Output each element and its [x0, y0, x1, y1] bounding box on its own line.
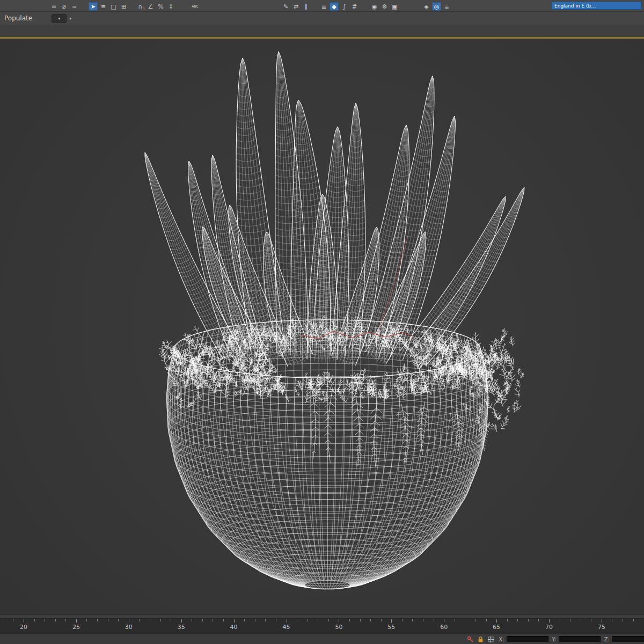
timeline-tick: [160, 619, 161, 621]
timeline-tick: [360, 619, 361, 621]
select-object-icon[interactable]: ➤: [89, 2, 98, 11]
layer-manager-icon[interactable]: ≣: [319, 2, 328, 11]
timeline-tick: [139, 619, 140, 621]
mirror-icon[interactable]: ⇄: [291, 2, 301, 11]
timeline-tick: [55, 619, 56, 621]
viewport-canvas[interactable]: [0, 39, 644, 614]
timeline-tick: [581, 619, 581, 621]
timeline-tick: [287, 619, 287, 623]
percent-snap-icon[interactable]: %: [156, 2, 165, 11]
curve-editor-icon[interactable]: ∫: [340, 2, 349, 11]
timeline-tick: [318, 619, 318, 621]
graphite-ribbon-icon[interactable]: ◆: [330, 2, 339, 11]
timeline-tick: [129, 619, 129, 623]
viewport[interactable]: [0, 39, 644, 614]
timeline-tick: [86, 619, 87, 621]
render-iterative-icon[interactable]: ◎: [432, 2, 441, 11]
timeline-tick: [507, 619, 508, 621]
timeline-tick: [623, 619, 623, 621]
timeline-tick: [538, 619, 539, 621]
timeline-tick: [202, 619, 203, 621]
timeline-tick: [570, 619, 570, 621]
tab-populate[interactable]: Populate: [4, 14, 32, 22]
timeline-tick: [76, 619, 77, 623]
abc-icon[interactable]: ABC: [191, 2, 200, 11]
toolbar-gap: [312, 10, 318, 11]
edit-named-selection-sets-icon[interactable]: ✎: [281, 2, 290, 11]
selection-region-icon[interactable]: □: [109, 2, 118, 11]
timeline-tick: [528, 619, 529, 621]
timeline-ruler[interactable]: 202530354045505560657075: [0, 614, 644, 634]
timeline-tick: [45, 619, 45, 621]
timeline-label: 40: [230, 624, 238, 631]
timeline-tick: [423, 619, 423, 621]
chevron-down-icon[interactable]: ▾: [69, 16, 71, 21]
timeline-label: 65: [493, 624, 500, 631]
coord-y-input[interactable]: [559, 636, 601, 643]
ribbon-tab-row: Populate ▾ ▾: [0, 12, 644, 25]
coord-x-input[interactable]: [507, 636, 548, 643]
timeline-label: 20: [20, 624, 27, 631]
timeline-tick: [496, 619, 497, 623]
coord-x-label: X:: [499, 636, 504, 642]
render-production-icon[interactable]: ☕: [442, 2, 451, 11]
spinner-snap-icon[interactable]: ↕: [166, 2, 175, 11]
align-icon[interactable]: ∥: [302, 2, 311, 11]
render-setup-icon[interactable]: ⚙: [380, 2, 389, 11]
bind-to-space-warp-icon[interactable]: ≈: [70, 2, 79, 11]
unlink-selection-icon[interactable]: ⌀: [60, 2, 69, 11]
timeline-tick: [97, 619, 98, 621]
timeline-label: 75: [598, 624, 605, 631]
ribbon-collapse-button[interactable]: ▾: [52, 14, 67, 23]
timeline-tick: [234, 619, 235, 623]
3ds-max-window: ∞⌀≈➤≡□⊞∩3∠%↕ABC✎⇄∥≣◆∫#◉⚙▣◈◎☕ England in …: [0, 0, 644, 644]
timeline-tick: [560, 619, 560, 621]
schematic-view-icon[interactable]: #: [350, 2, 359, 11]
timeline-tick: [486, 619, 487, 621]
rendered-frame-icon[interactable]: ▣: [390, 2, 399, 11]
angle-snap-icon[interactable]: ∠: [146, 2, 155, 11]
timeline-tick: [455, 619, 455, 621]
toolbar-gap: [80, 10, 87, 11]
timeline-tick: [591, 619, 591, 621]
statusbar-right: X:Y:Z:: [466, 635, 644, 643]
timeline-tick: [602, 619, 602, 623]
select-and-link-icon[interactable]: ∞: [49, 2, 58, 11]
material-editor-icon[interactable]: ◉: [370, 2, 379, 11]
timeline-tick: [276, 619, 276, 621]
timeline-label: 50: [335, 624, 342, 631]
timeline-label: 25: [72, 624, 80, 631]
timeline-tick: [181, 619, 182, 623]
timeline-tick: [244, 619, 245, 621]
set-key-icon[interactable]: [466, 635, 474, 643]
timeline-tick: [465, 619, 465, 621]
timeline-tick: [118, 619, 119, 621]
timeline-tick: [265, 619, 266, 621]
timeline-tick: [213, 619, 213, 621]
select-by-name-icon[interactable]: ≡: [99, 2, 108, 11]
coord-y-label: Y:: [552, 636, 557, 642]
timeline-tick: [308, 619, 308, 621]
snap-badge: 3: [143, 8, 145, 11]
transform-gizmo-icon[interactable]: [487, 635, 494, 643]
timeline-tick: [13, 619, 13, 621]
timeline-label: 35: [178, 624, 185, 631]
timeline-tick: [255, 619, 255, 621]
main-toolbar-icons: ∞⌀≈➤≡□⊞∩3∠%↕ABC✎⇄∥≣◆∫#◉⚙▣◈◎☕: [49, 2, 451, 11]
timeline-tick: [412, 619, 413, 621]
timeline-tick: [370, 619, 371, 621]
timeline-tick: [3, 619, 3, 621]
coord-z-input[interactable]: [612, 636, 644, 643]
statusbar-fields: X:Y:Z:: [497, 636, 644, 643]
coord-z-label: Z:: [604, 636, 610, 642]
main-toolbar: ∞⌀≈➤≡□⊞∩3∠%↕ABC✎⇄∥≣◆∫#◉⚙▣◈◎☕ England in …: [0, 0, 644, 12]
window-crossing-icon[interactable]: ⊞: [119, 2, 128, 11]
snaps-toggle-icon[interactable]: ∩3: [136, 2, 145, 11]
lock-selection-icon[interactable]: [477, 635, 484, 643]
toolbar-gap: [400, 10, 421, 11]
toolbar-gap: [129, 10, 135, 11]
timeline-tick: [391, 619, 392, 623]
diamond-icon[interactable]: ◈: [422, 2, 431, 11]
named-selection-field[interactable]: England in E (b…: [552, 2, 642, 10]
timeline-tick: [34, 619, 35, 621]
